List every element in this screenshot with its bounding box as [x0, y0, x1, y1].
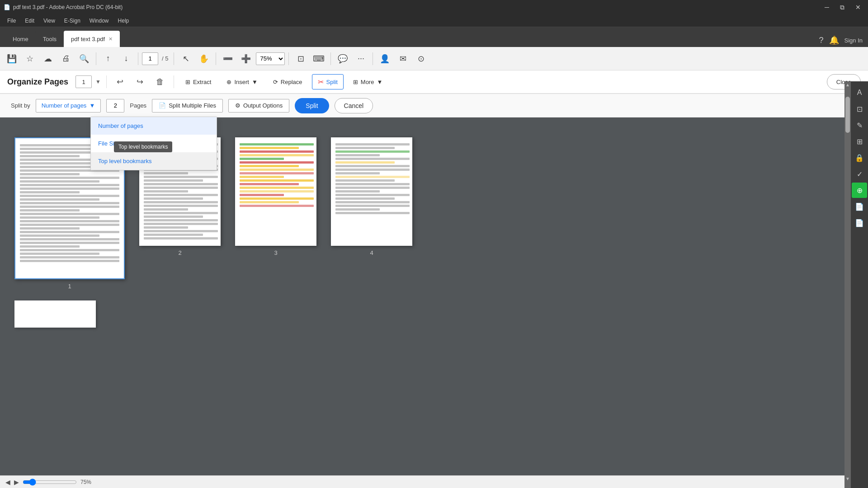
more-dropdown-icon: ▼ — [377, 79, 382, 85]
page-label-2: 2 — [178, 249, 181, 256]
upload-btn[interactable]: ☁ — [40, 51, 56, 67]
bookmark-btn[interactable]: ☆ — [22, 51, 38, 67]
send-btn[interactable]: ✉ — [395, 51, 411, 67]
toolbar-divider-4 — [216, 52, 216, 65]
menu-file[interactable]: File — [4, 16, 19, 25]
redo-btn[interactable]: ↪ — [132, 74, 148, 90]
sidebar-acrobat-icon[interactable]: A — [852, 85, 867, 100]
cursor-tool-btn[interactable]: ↖ — [178, 51, 194, 67]
tab-bar: Home Tools pdf text 3.pdf ✕ ? 🔔 Sign In — [0, 27, 868, 47]
hand-tool-btn[interactable]: ✋ — [196, 51, 212, 67]
bell-icon[interactable]: 🔔 — [829, 35, 839, 45]
split-execute-btn[interactable]: Split — [295, 98, 329, 113]
insert-dropdown: ▼ — [252, 79, 258, 85]
sidebar-protect-icon[interactable]: 🔒 — [852, 150, 867, 165]
bottom-nav-right[interactable]: ▶ — [14, 479, 19, 486]
main-toolbar: 💾 ☆ ☁ 🖨 🔍 ↑ ↓ 1 / 5 ↖ ✋ ➖ ➕ 75% 100% 125… — [0, 47, 868, 70]
menu-esign[interactable]: E-Sign — [61, 16, 84, 25]
share-btn[interactable]: 👤 — [377, 51, 393, 67]
tab-close-btn[interactable]: ✕ — [108, 36, 113, 42]
sidebar-organize-icon[interactable]: ⊞ — [852, 134, 867, 149]
save-btn[interactable]: 💾 — [4, 51, 20, 67]
tab-home-label: Home — [13, 36, 28, 42]
toolbar-divider-3 — [174, 52, 174, 65]
prev-page-btn[interactable]: ↑ — [100, 51, 116, 67]
page-thumb-wrapper-4[interactable] — [331, 137, 412, 246]
menu-window[interactable]: Window — [86, 16, 113, 25]
page-label-1: 1 — [68, 283, 71, 290]
more-icon: ⊞ — [353, 79, 358, 85]
split-multiple-icon: 📄 — [159, 102, 166, 109]
split-multiple-btn[interactable]: 📄 Split Multiple Files — [152, 99, 223, 113]
zoom-slider[interactable] — [23, 479, 77, 486]
split-by-dropdown-btn[interactable]: Number of pages ▼ — [36, 99, 101, 113]
page-number-input[interactable]: 1 — [142, 52, 158, 65]
dropdown-item-bookmarks[interactable]: Top level bookmarks — [91, 152, 217, 170]
extract-btn[interactable]: ⊞ Extract — [179, 74, 217, 89]
comment-btn[interactable]: 💬 — [335, 51, 351, 67]
page-thumb-5-partial[interactable] — [14, 300, 96, 328]
sign-in-btn[interactable]: Sign In — [844, 37, 863, 44]
extract-icon: ⊞ — [185, 79, 190, 85]
next-page-btn[interactable]: ↓ — [118, 51, 134, 67]
more-btn[interactable]: ⊞ More ▼ — [347, 74, 389, 89]
tab-pdf[interactable]: pdf text 3.pdf ✕ — [64, 31, 120, 47]
minimize-btn[interactable]: ─ — [821, 3, 833, 12]
account-btn[interactable]: ⊙ — [413, 51, 429, 67]
sidebar-green-icon[interactable]: ⊕ — [852, 183, 867, 198]
sidebar-yellow-page-icon[interactable]: 📄 — [852, 215, 867, 230]
sidebar-export-icon[interactable]: ⊡ — [852, 101, 867, 117]
vertical-scrollbar[interactable]: ▲ ▼ — [844, 81, 851, 488]
sidebar-edit-icon[interactable]: ✎ — [852, 117, 867, 133]
dropdown-item-pages[interactable]: Number of pages — [91, 117, 217, 135]
zoom-percentage: 75% — [80, 479, 91, 485]
split-icon: ✂ — [318, 78, 324, 86]
dropdown-item-filesize[interactable]: File Size — [91, 135, 217, 152]
sidebar-page-icon[interactable]: 📄 — [852, 199, 867, 214]
zoom-in-btn[interactable]: ➕ — [238, 51, 254, 67]
right-sidebar: A ⊡ ✎ ⊞ 🔒 ✓ ⊕ 📄 📄 — [851, 81, 868, 488]
delete-btn[interactable]: 🗑 — [152, 74, 168, 90]
menu-edit[interactable]: Edit — [21, 16, 38, 25]
menu-help[interactable]: Help — [114, 16, 133, 25]
page-dropdown-arrow[interactable]: ▼ — [95, 79, 101, 85]
scroll-up-btn[interactable]: ▲ — [844, 81, 851, 88]
more-tools-btn[interactable]: ··· — [353, 51, 369, 67]
output-options-label: Output Options — [243, 102, 283, 109]
window-close-btn[interactable]: ✕ — [852, 3, 864, 12]
split-pages-input[interactable] — [106, 99, 124, 113]
insert-btn[interactable]: ⊕ Insert ▼ — [221, 74, 263, 89]
scroll-thumb[interactable] — [845, 97, 850, 133]
bottom-bar: ◀ ▶ 75% — [0, 475, 844, 488]
page-thumb-3[interactable]: 3 — [235, 137, 316, 256]
sidebar-review-icon[interactable]: ✓ — [852, 166, 867, 182]
scroll-down-btn[interactable]: ▼ — [844, 475, 851, 482]
split-label: Split — [326, 79, 338, 85]
rotate-btn[interactable]: ⌨ — [311, 51, 327, 67]
undo-btn[interactable]: ↩ — [112, 74, 128, 90]
print-btn[interactable]: 🖨 — [58, 51, 74, 67]
zoom-select[interactable]: 75% 100% 125% 150% — [256, 52, 285, 65]
title-left: 📄 pdf text 3.pdf - Adobe Acrobat Pro DC … — [4, 4, 123, 10]
page-content-4 — [332, 138, 412, 246]
split-btn[interactable]: ✂ Split — [312, 74, 344, 89]
menu-bar: File Edit View E-Sign Window Help — [0, 14, 868, 27]
page-total: / 5 — [162, 55, 168, 62]
page-thumb-4[interactable]: 4 — [331, 137, 412, 256]
output-options-btn[interactable]: ⚙ Output Options — [228, 99, 289, 113]
tab-tools[interactable]: Tools — [36, 31, 64, 47]
search-btn[interactable]: 🔍 — [76, 51, 92, 67]
cancel-split-btn[interactable]: Cancel — [335, 98, 373, 113]
replace-btn[interactable]: ⟳ Replace — [267, 74, 308, 89]
page-thumb-wrapper-3[interactable] — [235, 137, 316, 246]
menu-view[interactable]: View — [40, 16, 59, 25]
bottom-nav-left[interactable]: ◀ — [5, 479, 10, 486]
zoom-out-btn[interactable]: ➖ — [220, 51, 236, 67]
fit-page-btn[interactable]: ⊡ — [292, 51, 309, 67]
help-icon[interactable]: ? — [819, 36, 824, 45]
window-controls: ─ ⧉ ✕ — [821, 3, 864, 12]
tab-home[interactable]: Home — [5, 31, 36, 47]
restore-btn[interactable]: ⧉ — [836, 3, 848, 12]
tab-tools-label: Tools — [43, 36, 57, 42]
page-content-3 — [236, 138, 316, 246]
